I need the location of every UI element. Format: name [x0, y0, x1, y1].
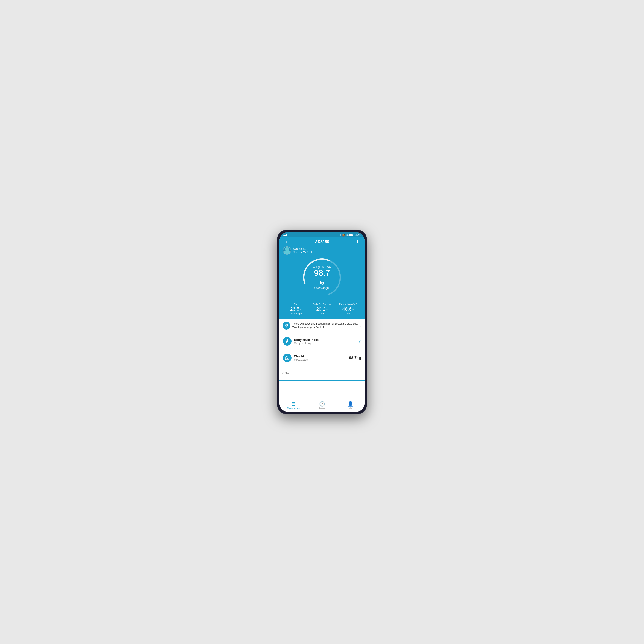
- gauge-label: Weigh in 1 day: [311, 265, 333, 269]
- record-icon: 🕐: [319, 401, 325, 407]
- share-button[interactable]: ⬆: [354, 239, 361, 244]
- nav-record-label: Record: [319, 407, 325, 410]
- battery-level: 55: [346, 234, 349, 236]
- signal-icon: [283, 234, 287, 236]
- svg-point-9: [286, 358, 288, 359]
- nav-measurement-label: Measurement: [287, 407, 300, 410]
- header-title: AD8186: [290, 240, 354, 244]
- gauge-container: Weigh in 1 day 98.7 kg Overweight: [283, 256, 361, 299]
- weight-title: Weight: [294, 355, 346, 358]
- stat-bmi-status: Overweight: [283, 312, 309, 315]
- volume-icon: 🔕: [342, 234, 345, 237]
- notification-text: There was a weight measurement of 100.8k…: [292, 322, 358, 329]
- stat-muscle-name: Muscle Mass(kg): [335, 303, 361, 305]
- white-section: There was a weight measurement of 100.8k…: [279, 319, 365, 400]
- gauge-content: Weigh in 1 day 98.7 kg Overweight: [311, 265, 333, 290]
- target-weight-label: 79.0kg: [279, 372, 365, 375]
- nav-me[interactable]: 👤 Me: [336, 401, 365, 410]
- stat-fat-status: High: [309, 312, 335, 315]
- phone-screen: ∗ 🔕 55 13:41 ‹ AD8186 ⬆: [279, 232, 365, 412]
- bmi-list-text: Body Mass Index Weigh in 1 day: [294, 338, 356, 345]
- scanning-row: Scanning... TouristQc9mb: [283, 246, 361, 255]
- phone-frame: ∗ 🔕 55 13:41 ‹ AD8186 ⬆: [277, 230, 367, 414]
- stat-bmi-arrows: ▲▼: [300, 307, 302, 311]
- weight-icon: [283, 354, 292, 362]
- stat-muscle-arrows: ▲▼: [352, 307, 354, 311]
- nav-record[interactable]: 🕐 Record: [308, 401, 336, 410]
- bmi-subtitle: Weigh in 1 day: [294, 342, 356, 345]
- stat-bmi-name: BMI: [283, 303, 309, 305]
- weight-timestamp: 08/01 13:38: [294, 358, 346, 361]
- svg-point-5: [286, 339, 288, 341]
- blue-section: Scanning... TouristQc9mb: [279, 246, 365, 319]
- target-bar: [279, 380, 365, 381]
- stat-bmi-value: 26.5 ▲▼: [283, 306, 309, 312]
- battery-icon: [349, 234, 354, 236]
- back-button[interactable]: ‹: [283, 239, 290, 244]
- gauge-value: 98.7 kg: [311, 269, 333, 285]
- svg-point-3: [286, 324, 287, 325]
- clock: 13:41: [355, 234, 361, 236]
- svg-line-6: [286, 342, 287, 343]
- gauge-status: Overweight: [311, 286, 333, 290]
- scanning-text: Scanning...: [293, 247, 313, 250]
- status-bar: ∗ 🔕 55 13:41: [279, 232, 365, 237]
- notification-icon: [283, 322, 290, 330]
- stat-bmi: BMI 26.5 ▲▼ Overweight: [283, 303, 309, 315]
- nav-me-label: Me: [349, 407, 352, 410]
- stat-muscle-status: Low: [335, 312, 361, 315]
- bmi-icon: [283, 337, 292, 346]
- stat-muscle: Muscle Mass(kg) 48.6 ▲▼ Low: [335, 303, 361, 315]
- target-weight-section: 79.0kg: [279, 372, 365, 381]
- notification-card[interactable]: There was a weight measurement of 100.8k…: [279, 319, 365, 332]
- svg-line-7: [288, 342, 288, 343]
- status-right: ∗ 🔕 55 13:41: [339, 234, 361, 237]
- measurement-icon: ☰: [292, 401, 296, 407]
- svg-rect-4: [286, 326, 287, 328]
- bmi-chevron-icon: ∨: [358, 339, 361, 343]
- username: TouristQc9mb: [293, 250, 313, 254]
- gauge-circle: Weigh in 1 day 98.7 kg Overweight: [301, 256, 343, 299]
- weight-list-item[interactable]: Weight 08/01 13:38 98.7kg: [279, 351, 365, 365]
- stat-muscle-value: 48.6 ▲▼: [335, 306, 361, 312]
- stats-row: BMI 26.5 ▲▼ Overweight Body Fat Rate(%) …: [283, 301, 361, 316]
- weight-value: 98.7kg: [349, 356, 361, 360]
- me-icon: 👤: [348, 401, 353, 407]
- bottom-nav: ☰ Measurement 🕐 Record 👤 Me: [279, 400, 365, 412]
- stat-fat: Body Fat Rate(%) 20.2 ▲▼ High: [309, 303, 335, 315]
- bmi-title: Body Mass Index: [294, 338, 356, 342]
- weight-list-text: Weight 08/01 13:38: [294, 355, 346, 361]
- nav-measurement[interactable]: ☰ Measurement: [279, 401, 308, 410]
- bluetooth-icon: ∗: [339, 234, 341, 237]
- app-header: ‹ AD8186 ⬆: [279, 237, 365, 246]
- avatar: [283, 246, 291, 255]
- notification-arrow: ›: [360, 324, 361, 328]
- stat-fat-arrows: ▲▼: [326, 307, 328, 311]
- main-content: Scanning... TouristQc9mb: [279, 246, 365, 400]
- status-left: [283, 234, 287, 236]
- stat-fat-value: 20.2 ▲▼: [309, 306, 335, 312]
- bmi-list-item[interactable]: Body Mass Index Weigh in 1 day ∨: [279, 334, 365, 349]
